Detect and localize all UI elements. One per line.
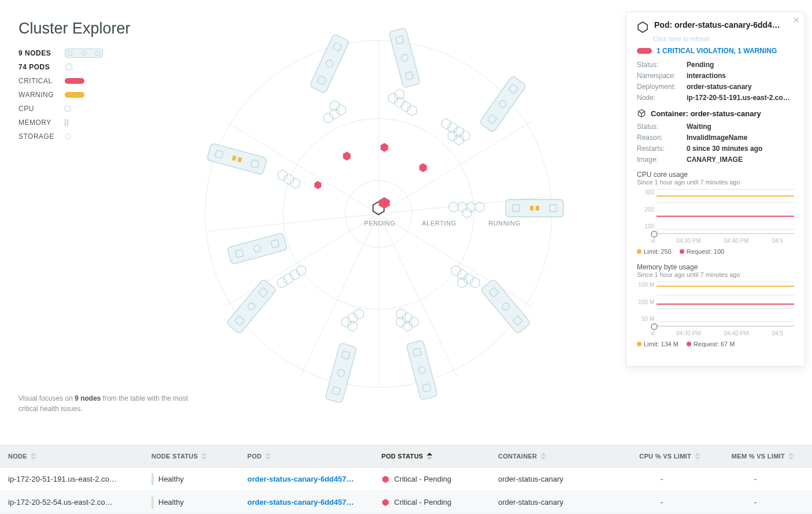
memory-chart: Memory byte usage Since 1 hour ago until… <box>637 263 794 347</box>
legend-storage: STORAGE <box>18 130 103 143</box>
svg-marker-26 <box>638 22 647 32</box>
container-title: Container: order-status-canary <box>637 109 794 118</box>
radial-pending-label: PENDING <box>364 220 395 227</box>
td-node: ip-172-20-52-54.us-east-2.co… <box>0 498 143 506</box>
th-cpu[interactable]: CPU % VS LIMIT <box>615 453 709 460</box>
table-row[interactable]: ip-172-20-51-191.us-east-2.co… Healthy o… <box>0 468 812 491</box>
cluster-radial[interactable]: PENDING ALERTING RUNNING <box>150 17 607 411</box>
detail-panel: ✕ Pod: order-status-canary-6dd4… Click h… <box>626 12 805 367</box>
radial-running-label: RUNNING <box>488 220 521 227</box>
td-node-status: Healthy <box>143 473 239 486</box>
th-pod-status[interactable]: POD STATUS <box>373 453 490 460</box>
svg-line-21 <box>208 214 379 231</box>
sort-icon <box>202 453 207 460</box>
legend-critical: CRITICAL <box>18 74 103 88</box>
healthy-bar-icon <box>151 473 154 486</box>
cube-icon <box>637 109 646 118</box>
legend-cpu-label: CPU <box>18 105 57 113</box>
cpu-chart: CPU core usage Since 1 hour ago until 7 … <box>637 171 794 255</box>
td-node: ip-172-20-51-191.us-east-2.co… <box>0 475 143 483</box>
cpu-chart-plot[interactable]: 300200100 vl04:30 PM04:40 PM04:5 <box>637 189 794 245</box>
sort-icon <box>695 453 700 460</box>
nodes-table: NODE NODE STATUS POD POD STATUS CONTAINE… <box>0 445 812 514</box>
svg-marker-28 <box>382 498 388 506</box>
legend-critical-label: CRITICAL <box>18 77 57 85</box>
close-icon[interactable]: ✕ <box>793 16 800 25</box>
memory-chart-legend: Limit: 134 M Request: 67 M <box>637 341 794 347</box>
cpu-swatch-icon <box>65 106 71 112</box>
sort-icon <box>265 453 271 460</box>
legend-memory-label: MEMORY <box>18 119 57 127</box>
sort-icon <box>427 453 432 460</box>
th-mem[interactable]: MEM % VS LIMIT <box>709 453 802 460</box>
legend-nodes: 9 NODES <box>18 46 103 60</box>
svg-marker-0 <box>65 64 72 71</box>
th-node-status[interactable]: NODE STATUS <box>143 453 239 460</box>
legend-pods: 74 PODS <box>18 60 103 74</box>
td-pod-status: Critical - Pending <box>373 498 490 506</box>
sort-icon <box>31 453 36 460</box>
th-container[interactable]: CONTAINER <box>490 453 615 460</box>
td-pod-status: Critical - Pending <box>373 475 490 483</box>
critical-hexagon-icon <box>381 498 390 506</box>
page-title: Cluster Explorer <box>18 20 131 38</box>
cpu-chart-sub: Since 1 hour ago until 7 minutes ago <box>637 179 794 186</box>
refresh-link[interactable]: Click here to refresh <box>653 35 794 42</box>
critical-pill-icon <box>637 48 652 54</box>
td-pod-link[interactable]: order-status-canary-6dd457… <box>239 475 373 483</box>
cpu-chart-title: CPU core usage <box>637 171 794 179</box>
critical-pill-icon <box>65 78 84 84</box>
legend-warning-label: WARNING <box>18 91 57 99</box>
hexagon-icon <box>65 63 73 71</box>
memory-swatch-icon <box>65 119 68 126</box>
table-header: NODE NODE STATUS POD POD STATUS CONTAINE… <box>0 445 812 468</box>
memory-time-slider[interactable] <box>651 323 794 329</box>
legend: 9 NODES 74 PODS CRITICAL WARNING CPU MEM… <box>18 46 103 143</box>
storage-swatch-icon <box>65 134 71 139</box>
violation-summary[interactable]: 1 CRITICAL VIOLATION, 1 WARNING <box>637 47 794 55</box>
node-swatch-icon <box>65 49 103 58</box>
td-container: order-status-canary <box>490 498 615 506</box>
cpu-time-slider[interactable] <box>651 231 794 236</box>
sort-icon <box>788 453 794 460</box>
th-node[interactable]: NODE <box>0 453 143 460</box>
legend-cpu: CPU <box>18 102 103 116</box>
svg-line-18 <box>379 214 532 306</box>
td-node-status: Healthy <box>143 496 239 509</box>
critical-hexagon-icon <box>381 475 390 483</box>
warning-pill-icon <box>65 92 84 98</box>
td-container: order-status-canary <box>490 475 615 483</box>
cluster-radial-svg <box>150 17 607 411</box>
td-cpu: - <box>615 475 709 483</box>
legend-memory: MEMORY <box>18 116 103 130</box>
th-pod[interactable]: POD <box>239 453 373 460</box>
memory-chart-plot[interactable]: 150 M100 M50 M vl04:30 PM04:40 PM04:5 <box>637 282 794 337</box>
legend-warning: WARNING <box>18 88 103 102</box>
hexagon-icon <box>637 21 648 33</box>
violation-text: 1 CRITICAL VIOLATION, 1 WARNING <box>657 47 777 55</box>
legend-pods-label: 74 PODS <box>18 63 57 71</box>
panel-pod-title: Pod: order-status-canary-6dd4… <box>654 20 780 29</box>
td-cpu: - <box>615 498 709 506</box>
pod-kv: Status:Pending Namespace:interactions De… <box>637 61 794 102</box>
table-row[interactable]: ip-172-20-52-54.us-east-2.co… Healthy or… <box>0 491 812 514</box>
radial-alerting-label: ALERTING <box>422 220 457 227</box>
memory-chart-title: Memory byte usage <box>637 263 794 271</box>
td-pod-link[interactable]: order-status-canary-6dd457… <box>239 498 373 506</box>
svg-marker-25 <box>379 197 390 209</box>
svg-marker-27 <box>382 475 388 483</box>
visual-footer-note: Visual focuses on 9 nodes from the table… <box>18 393 192 414</box>
td-mem: - <box>709 475 802 483</box>
memory-chart-sub: Since 1 hour ago until 7 minutes ago <box>637 271 794 278</box>
legend-storage-label: STORAGE <box>18 132 57 140</box>
legend-nodes-label: 9 NODES <box>18 49 57 57</box>
cpu-chart-legend: Limit: 250 Request: 100 <box>637 248 794 255</box>
healthy-bar-icon <box>151 496 154 509</box>
sort-icon <box>540 453 546 460</box>
td-mem: - <box>709 498 802 506</box>
container-kv: Status:Waiting Reason:InvalidImageName R… <box>637 123 794 164</box>
